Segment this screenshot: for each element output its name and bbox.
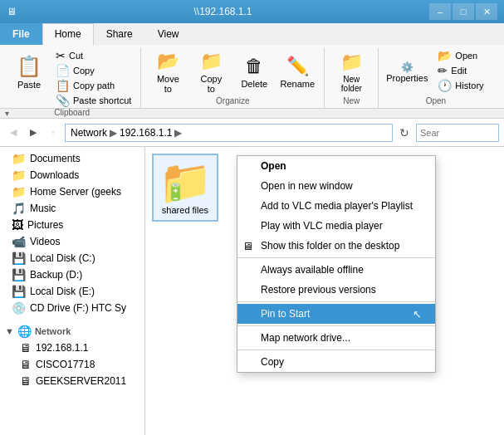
sidebar-item-label-videos: Videos xyxy=(30,236,60,247)
search-input[interactable] xyxy=(416,124,499,142)
properties-button[interactable]: ⚙️ Properties xyxy=(384,48,430,96)
sidebar-item-pictures[interactable]: 🖼 Pictures xyxy=(0,217,144,233)
tab-home[interactable]: Home xyxy=(42,23,94,46)
back-button[interactable]: ◀ xyxy=(5,125,22,141)
move-to-icon: 📂 xyxy=(157,51,179,72)
delete-icon: 🗑 xyxy=(245,56,263,77)
history-button[interactable]: 🕐 History xyxy=(433,78,487,93)
ctx-separator-3 xyxy=(237,325,435,326)
copy-icon: 📄 xyxy=(56,64,70,77)
title-bar: 🖥 \\192.168.1.1 – □ ✕ xyxy=(0,0,504,23)
history-label: History xyxy=(455,81,483,90)
move-to-button[interactable]: 📂 Move to xyxy=(148,48,188,96)
shared-files-folder[interactable]: 📁 🔋 shared files xyxy=(152,154,218,222)
edit-icon: ✏ xyxy=(438,64,448,77)
downloads-icon: 📁 xyxy=(12,169,26,182)
context-menu: Open Open in new window Add to VLC media… xyxy=(237,155,436,373)
tab-view[interactable]: View xyxy=(145,23,192,45)
ctx-add-vlc-playlist[interactable]: Add to VLC media player's Playlist xyxy=(237,196,435,216)
close-button[interactable]: ✕ xyxy=(476,3,497,20)
homeserver-icon: 📁 xyxy=(12,185,26,198)
tab-share[interactable]: Share xyxy=(94,23,145,45)
sidebar-item-cisco[interactable]: 🖥 CISCO17718 xyxy=(0,356,144,373)
open-group: ⚙️ Properties 📂 Open ✏ Edit 🕐 History xyxy=(379,48,492,108)
properties-icon: ⚙️ xyxy=(401,61,413,73)
new-folder-button[interactable]: 📁 New folder xyxy=(331,48,371,96)
refresh-button[interactable]: ↻ xyxy=(396,125,413,141)
new-group-items: 📁 New folder xyxy=(331,48,371,96)
clipboard-small-stack: ✂ Cut 📄 Copy 📋 Copy path 📎 Paste shortcu… xyxy=(51,48,135,108)
title-bar-controls: – □ ✕ xyxy=(429,3,497,20)
ctx-pin-to-start[interactable]: Pin to Start ↖ xyxy=(237,304,435,324)
copy-path-label: Copy path xyxy=(73,81,115,90)
cut-label: Cut xyxy=(69,51,83,61)
cut-button[interactable]: ✂ Cut xyxy=(51,48,135,63)
sidebar-item-label-pictures: Pictures xyxy=(27,219,63,231)
ctx-show-desktop-icon: 🖥 xyxy=(242,240,253,252)
addr-segment-network: Network xyxy=(71,127,107,139)
paste-shortcut-button[interactable]: 📎 Paste shortcut xyxy=(51,93,135,108)
sidebar-item-ip[interactable]: 🖥 192.168.1.1 xyxy=(0,340,144,356)
minimize-button[interactable]: – xyxy=(429,3,451,20)
open-button[interactable]: 📂 Open xyxy=(433,48,487,63)
ctx-restore-versions[interactable]: Restore previous versions xyxy=(237,280,435,300)
ctx-show-desktop[interactable]: 🖥 Show this folder on the desktop xyxy=(237,236,435,256)
ctx-copy[interactable]: Copy xyxy=(237,352,435,372)
paste-button[interactable]: 📋 Paste xyxy=(8,48,50,96)
sidebar-item-geekserver[interactable]: 🖥 GEEKSERVER2011 xyxy=(0,373,144,389)
maximize-button[interactable]: □ xyxy=(453,3,474,20)
copy-to-icon: 📁 xyxy=(200,51,223,72)
diskc-icon: 💾 xyxy=(12,252,26,265)
ctx-separator-2 xyxy=(237,301,435,302)
rename-label: Rename xyxy=(281,79,316,89)
addr-segment-ip: 192.168.1.1 xyxy=(120,127,172,139)
edit-button[interactable]: ✏ Edit xyxy=(433,63,487,78)
sidebar-item-diskc[interactable]: 💾 Local Disk (C:) xyxy=(0,250,144,266)
ctx-always-offline[interactable]: Always available offline xyxy=(237,260,435,280)
paste-shortcut-label: Paste shortcut xyxy=(73,95,131,105)
folder-label: shared files xyxy=(162,205,208,215)
open-group-label: Open xyxy=(384,96,487,108)
folder-overlay-icon: 🔋 xyxy=(165,182,186,202)
sidebar-section-network[interactable]: ▼ 🌐 Network xyxy=(0,321,144,340)
ctx-map-network-drive[interactable]: Map network drive... xyxy=(237,328,435,348)
open-label: Open xyxy=(455,51,477,61)
ctx-open-new-window[interactable]: Open in new window xyxy=(237,176,435,196)
sidebar-item-cddrive[interactable]: 💿 CD Drive (F:) HTC Sy xyxy=(0,300,144,316)
sidebar-section-label-network: Network xyxy=(35,326,71,336)
sidebar-item-videos[interactable]: 📹 Videos xyxy=(0,233,144,250)
open-group-right: 📂 Open ✏ Edit 🕐 History xyxy=(433,48,487,93)
edit-label: Edit xyxy=(451,66,467,76)
sidebar-item-label-cddrive: CD Drive (F:) HTC Sy xyxy=(30,302,126,314)
paste-icon: 📋 xyxy=(17,55,42,78)
ctx-play-vlc[interactable]: Play with VLC media player xyxy=(237,216,435,236)
addr-arrow-2: ▶ xyxy=(174,127,182,139)
cut-icon: ✂ xyxy=(56,49,66,62)
toolbar-back-btn: ▾ xyxy=(3,109,11,118)
ribbon-content: 📋 Paste ✂ Cut 📄 Copy 📋 Copy path xyxy=(0,45,504,108)
rename-button[interactable]: ✏️ Rename xyxy=(277,48,317,96)
copy-to-button[interactable]: 📁 Copy to xyxy=(191,48,231,96)
sidebar-item-music[interactable]: 🎵 Music xyxy=(0,200,144,217)
ctx-open[interactable]: Open xyxy=(237,156,435,176)
forward-button[interactable]: ▶ xyxy=(25,125,42,141)
clipboard-group-label: Clipboard xyxy=(8,108,135,120)
new-group: 📁 New folder New xyxy=(325,48,379,108)
sidebar-item-label-diskc: Local Disk (C:) xyxy=(30,252,95,264)
copy-path-button[interactable]: 📋 Copy path xyxy=(51,78,135,93)
tab-file[interactable]: File xyxy=(0,23,42,45)
sidebar-item-downloads[interactable]: 📁 Downloads xyxy=(0,167,144,183)
delete-button[interactable]: 🗑 Delete xyxy=(234,48,274,96)
pictures-icon: 🖼 xyxy=(12,218,23,232)
cddrive-icon: 💿 xyxy=(12,301,26,315)
sidebar-item-diske[interactable]: 💾 Local Disk (E:) xyxy=(0,283,144,300)
copy-button[interactable]: 📄 Copy xyxy=(51,63,135,78)
sidebar-item-documents[interactable]: 📁 Documents xyxy=(0,150,144,167)
copy-path-icon: 📋 xyxy=(56,79,70,92)
sidebar-item-backupd[interactable]: 💾 Backup (D:) xyxy=(0,266,144,283)
organize-group-label: Organize xyxy=(148,96,317,108)
sidebar-item-homeserver[interactable]: 📁 Home Server (geeks xyxy=(0,183,144,200)
up-button[interactable]: ↑ xyxy=(45,125,61,141)
address-path[interactable]: Network ▶ 192.168.1.1 ▶ xyxy=(65,124,393,142)
videos-icon: 📹 xyxy=(12,235,26,248)
